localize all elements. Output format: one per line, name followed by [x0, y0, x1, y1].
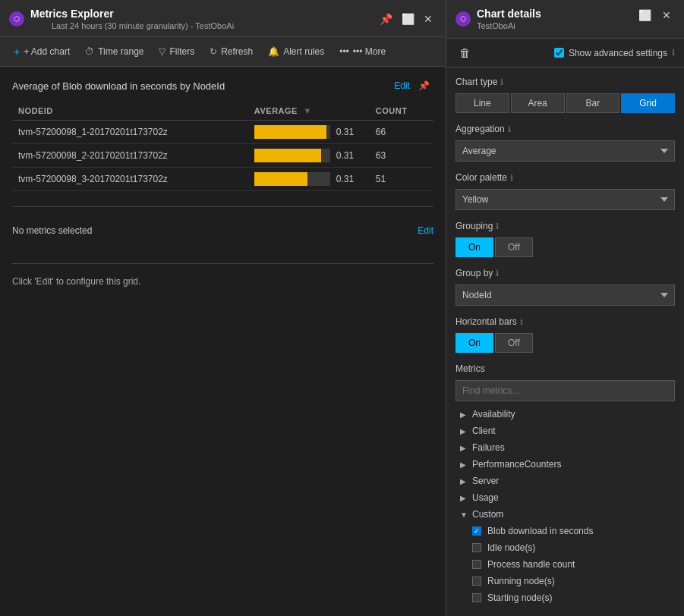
tree-category-collapsed[interactable]: ▶ Client	[455, 423, 675, 439]
left-panel: ⬡ Metrics Explorer Last 24 hours (30 min…	[0, 0, 446, 616]
cell-count: 66	[370, 121, 433, 144]
tree-category-item[interactable]: ▶ Usage	[455, 489, 675, 506]
metrics-search-input[interactable]	[455, 380, 675, 401]
tree-children: Blob download in seconds Idle node(s) Pr…	[468, 523, 675, 606]
content-area: Average of Blob download in seconds by N…	[0, 67, 446, 616]
close-window-button[interactable]: ✕	[420, 11, 437, 27]
section-divider-2	[12, 263, 433, 264]
toolbar: + + Add chart ⏱ Time range ▽ Filters ↻ R…	[0, 37, 446, 67]
filters-button[interactable]: ▽ Filters	[151, 42, 202, 61]
metric-checkbox[interactable]	[472, 543, 481, 552]
col-header-count[interactable]: COUNT	[370, 102, 433, 121]
chart-type-help-icon: ℹ	[500, 77, 503, 87]
maximize-right-button[interactable]: ⬜	[635, 8, 655, 23]
time-range-button[interactable]: ⏱ Time range	[77, 42, 151, 61]
right-header: ⬡ Chart details TestOboAi ⬜ ✕	[446, 0, 684, 39]
bell-icon: 🔔	[268, 46, 279, 57]
aggregation-select[interactable]: Average Sum Min Max Count	[455, 140, 675, 162]
delete-chart-button[interactable]: 🗑	[455, 45, 474, 61]
bar-bg	[254, 172, 330, 186]
filter-icon: ▽	[159, 46, 165, 57]
tree-category-item[interactable]: ▶ Availability	[455, 406, 675, 423]
hbars-off-button[interactable]: Off	[495, 333, 533, 353]
ellipsis-icon: •••	[339, 46, 349, 57]
chart-section-1: Average of Blob download in seconds by N…	[12, 79, 433, 191]
bar-bg	[254, 149, 330, 162]
tree-category-item[interactable]: ▼ Custom Blob download in seconds Idle n…	[455, 506, 675, 606]
color-palette-label: Color palette ℹ	[455, 172, 675, 183]
tree-category-item[interactable]: ▶ Server	[455, 473, 675, 489]
tree-metric-item[interactable]: Idle node(s)	[468, 539, 675, 556]
bar-fill	[254, 149, 321, 162]
metrics-label: Metrics	[455, 363, 675, 374]
tree-category-collapsed[interactable]: ▶ Usage	[455, 489, 675, 506]
tree-category-item[interactable]: ▶ Failures	[455, 439, 675, 456]
pin-window-button[interactable]: 📌	[376, 11, 396, 27]
color-palette-dropdown-row: Yellow Blue Green Red	[455, 189, 675, 210]
horizontal-bars-label: Horizontal bars ℹ	[455, 316, 675, 327]
metric-label: Starting node(s)	[487, 592, 552, 603]
tree-category-expanded[interactable]: ▼ Custom	[455, 506, 675, 523]
color-palette-select[interactable]: Yellow Blue Green Red	[455, 189, 675, 210]
chart-type-line[interactable]: Line	[455, 93, 509, 113]
section-divider-1	[12, 206, 433, 207]
group-by-label: Group by ℹ	[455, 268, 675, 278]
metric-checkbox[interactable]	[472, 560, 481, 569]
header-actions: 📌 ⬜ ✕	[376, 11, 437, 27]
add-chart-button[interactable]: + + Add chart	[6, 42, 77, 61]
chart-edit-button[interactable]: Edit	[394, 80, 410, 91]
refresh-button[interactable]: ↻ Refresh	[202, 42, 260, 61]
right-header-actions: ⬜ ✕	[635, 8, 675, 23]
table-row: tvm-57200098_3-20170201t173702z 0.31 51	[12, 168, 433, 191]
chart-type-grid[interactable]: Grid	[621, 93, 675, 113]
hbars-on-button[interactable]: On	[455, 333, 493, 353]
tree-collapse-arrow-icon: ▶	[460, 477, 472, 486]
grouping-on-button[interactable]: On	[455, 237, 493, 257]
group-by-select[interactable]: NodeId None Cloud role name Cloud role i…	[455, 284, 675, 306]
left-header: ⬡ Metrics Explorer Last 24 hours (30 min…	[0, 0, 446, 37]
tree-category-label: Usage	[472, 492, 499, 503]
col-header-average[interactable]: AVERAGE ▼	[248, 102, 370, 121]
chart-type-bar[interactable]: Bar	[566, 93, 620, 113]
col-header-nodeid[interactable]: NODEID	[12, 102, 248, 121]
more-button[interactable]: ••• ••• More	[332, 42, 393, 61]
chart-pin-button[interactable]: 📌	[414, 79, 433, 93]
tree-metric-item[interactable]: Starting node(s)	[468, 589, 675, 606]
tree-category-label: PerformanceCounters	[472, 459, 561, 470]
tree-collapse-arrow-icon: ▶	[460, 494, 472, 502]
tree-category-collapsed[interactable]: ▶ Failures	[455, 439, 675, 456]
tree-category-collapsed[interactable]: ▶ Availability	[455, 406, 675, 423]
horizontal-bars-help-icon: ℹ	[520, 317, 523, 327]
maximize-window-button[interactable]: ⬜	[398, 11, 418, 27]
right-app-icon: ⬡	[455, 11, 471, 27]
tree-category-collapsed[interactable]: ▶ Server	[455, 473, 675, 489]
bar-fill	[254, 172, 307, 186]
metric-checkbox[interactable]	[472, 577, 481, 586]
chart-type-label: Chart type ℹ	[455, 77, 675, 87]
horizontal-bars-toggle-row: On Off	[455, 333, 675, 353]
tree-category-item[interactable]: ▶ Client	[455, 423, 675, 439]
tree-metric-item[interactable]: Process handle count	[468, 556, 675, 573]
show-advanced-checkbox[interactable]	[554, 48, 564, 58]
metric-checkbox[interactable]	[472, 593, 481, 602]
tree-category-item[interactable]: ▶ PerformanceCounters	[455, 456, 675, 473]
tree-collapse-arrow-icon: ▶	[460, 427, 472, 435]
chart-type-area[interactable]: Area	[511, 93, 565, 113]
color-palette-help-icon: ℹ	[510, 173, 513, 183]
tree-metric-item[interactable]: Running node(s)	[468, 573, 675, 589]
alert-rules-button[interactable]: 🔔 Alert rules	[260, 42, 332, 61]
cell-nodeid: tvm-57200098_2-20170201t173702z	[12, 144, 248, 168]
metrics-tree: ▶ Availability ▶ Client ▶ Failures ▶ Per…	[455, 406, 675, 606]
average-value: 0.31	[336, 127, 354, 137]
tree-category-label: Failures	[472, 442, 505, 453]
tree-collapse-arrow-icon: ▶	[460, 410, 472, 419]
tree-category-collapsed[interactable]: ▶ PerformanceCounters	[455, 456, 675, 473]
tree-metric-item[interactable]: Blob download in seconds	[468, 523, 675, 539]
metric-checkbox[interactable]	[472, 526, 481, 536]
cell-count: 63	[370, 144, 433, 168]
close-right-button[interactable]: ✕	[658, 8, 675, 23]
show-advanced-label[interactable]: Show advanced settings ℹ	[554, 48, 675, 58]
no-metrics-edit-button[interactable]: Edit	[418, 225, 433, 236]
grouping-off-button[interactable]: Off	[495, 237, 533, 257]
cell-average: 0.31	[248, 168, 370, 191]
